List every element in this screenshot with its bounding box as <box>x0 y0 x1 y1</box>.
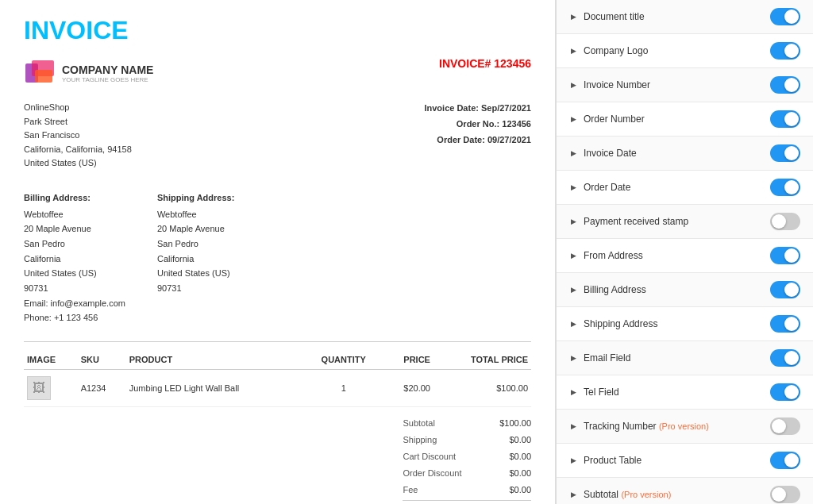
settings-item-order-number[interactable]: ▶ Order Number <box>557 102 813 137</box>
settings-label-document-title: Document title <box>584 11 645 22</box>
total-row: Total $100.00 <box>403 500 531 504</box>
company-tagline: YOUR TAGLINE GOES HERE <box>62 76 153 83</box>
settings-label-product-table: Product Table <box>584 455 642 466</box>
chevron-icon-document-title: ▶ <box>569 13 577 21</box>
shipping-row: Shipping $0.00 <box>403 432 531 448</box>
invoice-title: INVOICE <box>24 16 531 45</box>
chevron-icon-invoice-number: ▶ <box>569 81 577 89</box>
toggle-knob-order-number <box>784 112 799 126</box>
toggle-knob-product-table <box>784 453 799 467</box>
settings-item-left-payment-stamp: ▶ Payment received stamp <box>569 216 688 227</box>
order-discount-row: Order Discount $0.00 <box>403 465 531 482</box>
product-table: IMAGE SKU PRODUCT QUANTITY PRICE TOTAL P… <box>24 350 531 407</box>
settings-item-company-logo[interactable]: ▶ Company Logo <box>557 34 813 68</box>
toggle-subtotal-pro[interactable] <box>770 486 800 503</box>
chevron-icon-order-date: ▶ <box>569 183 577 191</box>
toggle-invoice-number[interactable] <box>770 76 800 94</box>
toggle-order-date[interactable] <box>770 179 800 196</box>
company-name: COMPANY NAME <box>62 63 153 76</box>
settings-label-order-number: Order Number <box>584 113 645 125</box>
settings-label-tracking-number: Tracking Number (Pro version) <box>584 421 709 432</box>
settings-item-invoice-date[interactable]: ▶ Invoice Date <box>557 137 813 171</box>
toggle-knob-billing-address <box>784 283 799 297</box>
svg-rect-2 <box>35 70 52 83</box>
toggle-billing-address[interactable] <box>770 281 800 298</box>
settings-item-invoice-number[interactable]: ▶ Invoice Number <box>557 68 813 102</box>
settings-item-shipping-address[interactable]: ▶ Shipping Address <box>557 307 813 341</box>
toggle-tel-field[interactable] <box>770 383 800 401</box>
billing-address-block: Billing Address: Webtoffee 20 Maple Aven… <box>24 190 125 325</box>
settings-item-left-subtotal-pro: ▶ Subtotal (Pro version) <box>569 489 671 500</box>
chevron-icon-payment-stamp: ▶ <box>569 217 577 225</box>
settings-label-email-field: Email Field <box>584 352 630 364</box>
chevron-icon-order-number: ▶ <box>569 115 577 123</box>
company-name-block: COMPANY NAME YOUR TAGLINE GOES HERE <box>62 63 153 83</box>
settings-item-order-date[interactable]: ▶ Order Date <box>557 171 813 205</box>
toggle-shipping-address[interactable] <box>770 315 800 333</box>
toggle-knob-document-title <box>784 10 799 24</box>
fee-row: Fee $0.00 <box>403 482 531 498</box>
col-image: IMAGE <box>24 350 78 370</box>
shipping-address-block: Shipping Address: Webtoffee 20 Maple Ave… <box>157 190 234 325</box>
toggle-document-title[interactable] <box>770 8 800 25</box>
toggle-company-logo[interactable] <box>770 42 800 60</box>
toggle-tracking-number[interactable] <box>770 417 800 435</box>
settings-item-document-title[interactable]: ▶ Document title <box>557 0 813 34</box>
settings-item-tracking-number[interactable]: ▶ Tracking Number (Pro version) <box>557 410 813 444</box>
chevron-icon-company-logo: ▶ <box>569 47 577 55</box>
toggle-knob-invoice-number <box>784 78 799 92</box>
logo-icon <box>24 57 56 89</box>
cell-quantity: 1 <box>304 370 383 407</box>
settings-label-invoice-date: Invoice Date <box>584 148 637 159</box>
cell-total: $100.00 <box>433 370 531 407</box>
toggle-knob-shipping-address <box>784 317 799 331</box>
col-product: PRODUCT <box>126 350 305 370</box>
settings-item-left-order-number: ▶ Order Number <box>569 113 645 125</box>
cell-image: 🖼 <box>24 370 78 407</box>
toggle-payment-stamp[interactable] <box>770 213 800 230</box>
settings-item-product-table[interactable]: ▶ Product Table <box>557 444 813 478</box>
toggle-invoice-date[interactable] <box>770 144 800 162</box>
settings-item-left-document-title: ▶ Document title <box>569 11 645 22</box>
settings-label-from-address: From Address <box>584 250 643 261</box>
chevron-icon-subtotal-pro: ▶ <box>569 491 577 498</box>
toggle-knob-company-logo <box>784 44 799 58</box>
addresses-section: Billing Address: Webtoffee 20 Maple Aven… <box>24 190 531 325</box>
invoice-meta: Invoice Date: Sep/27/2021 Order No.: 123… <box>424 101 531 148</box>
toggle-from-address[interactable] <box>770 247 800 264</box>
chevron-icon-tel-field: ▶ <box>569 388 577 396</box>
settings-item-tel-field[interactable]: ▶ Tel Field <box>557 375 813 410</box>
table-divider-top <box>24 341 531 342</box>
header-meta-row: OnlineShop Park Street San Francisco Cal… <box>24 101 531 183</box>
settings-item-payment-stamp[interactable]: ▶ Payment received stamp <box>557 205 813 239</box>
settings-item-email-field[interactable]: ▶ Email Field <box>557 341 813 375</box>
settings-item-left-order-date: ▶ Order Date <box>569 182 630 193</box>
from-address: OnlineShop Park Street San Francisco Cal… <box>24 101 132 171</box>
settings-item-left-billing-address: ▶ Billing Address <box>569 284 646 295</box>
settings-label-shipping-address: Shipping Address <box>584 318 657 329</box>
company-logo: COMPANY NAME YOUR TAGLINE GOES HERE <box>24 57 153 89</box>
settings-item-billing-address[interactable]: ▶ Billing Address <box>557 273 813 307</box>
settings-item-left-product-table: ▶ Product Table <box>569 455 642 466</box>
settings-label-company-logo: Company Logo <box>584 45 648 56</box>
toggle-knob-subtotal-pro <box>772 487 786 502</box>
settings-item-left-invoice-number: ▶ Invoice Number <box>569 79 650 90</box>
summary-table: Subtotal $100.00 Shipping $0.00 Cart Dis… <box>403 415 531 504</box>
settings-item-from-address[interactable]: ▶ From Address <box>557 239 813 273</box>
settings-item-subtotal-pro[interactable]: ▶ Subtotal (Pro version) <box>557 478 813 504</box>
settings-panel: ▶ Document title ▶ Company Logo ▶ Invoic… <box>556 0 813 504</box>
settings-label-payment-stamp: Payment received stamp <box>584 216 688 227</box>
table-row: 🖼 A1234 Jumbing LED Light Wall Ball 1 $2… <box>24 370 531 407</box>
invoice-header: COMPANY NAME YOUR TAGLINE GOES HERE INVO… <box>24 57 531 89</box>
chevron-icon-from-address: ▶ <box>569 252 577 260</box>
col-sku: SKU <box>78 350 126 370</box>
cart-discount-row: Cart Discount $0.00 <box>403 448 531 465</box>
toggle-knob-payment-stamp <box>772 214 786 229</box>
toggle-product-table[interactable] <box>770 452 800 469</box>
settings-label-invoice-number: Invoice Number <box>584 79 650 90</box>
toggle-email-field[interactable] <box>770 349 800 367</box>
toggle-order-number[interactable] <box>770 110 800 128</box>
settings-item-left-invoice-date: ▶ Invoice Date <box>569 148 637 159</box>
invoice-panel: INVOICE COMPANY NAME YOUR TAGLINE GOES H… <box>0 0 556 504</box>
chevron-icon-tracking-number: ▶ <box>569 422 577 430</box>
